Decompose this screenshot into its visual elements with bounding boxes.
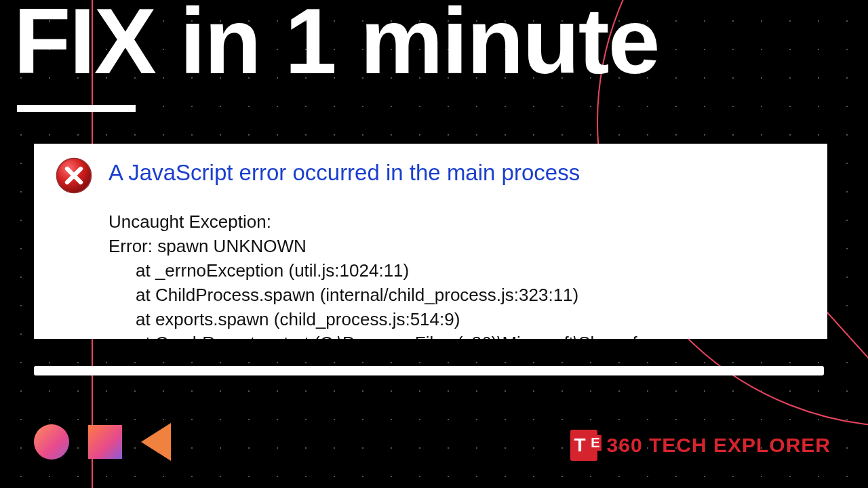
brand-logo: T E 360 TECH EXPLORER <box>570 430 831 461</box>
error-dialog-body: Uncaught Exception: Error: spawn UNKNOWN… <box>108 210 807 339</box>
brand-badge-letter: E <box>589 435 601 451</box>
error-dialog-title: A JavaScript error occurred in the main … <box>108 160 580 186</box>
triangle-left-icon <box>141 423 171 461</box>
error-icon <box>54 156 94 195</box>
error-trace-line: at exports.spawn (child_process.js:514:9… <box>108 308 807 332</box>
error-dialog: A JavaScript error occurred in the main … <box>34 144 827 339</box>
thumbnail-title: FIX in 1 minute <box>14 0 658 90</box>
brand-badge-icon: T E <box>570 430 597 461</box>
error-trace-line: at CrashReporter.start (C:\Program Files… <box>108 331 807 339</box>
error-trace-line: at _errnoException (util.js:1024:11) <box>108 259 807 283</box>
divider-bar <box>34 366 824 375</box>
decorative-shapes <box>34 423 171 461</box>
square-icon <box>88 425 122 459</box>
error-trace-line: at ChildProcess.spawn (internal/child_pr… <box>108 283 807 308</box>
brand-badge-letter: T <box>574 434 586 456</box>
brand-name: 360 TECH EXPLORER <box>607 434 831 457</box>
error-line: Error: spawn UNKNOWN <box>108 235 807 259</box>
circle-icon <box>34 424 69 460</box>
title-underline <box>17 105 136 112</box>
error-line: Uncaught Exception: <box>108 210 807 235</box>
